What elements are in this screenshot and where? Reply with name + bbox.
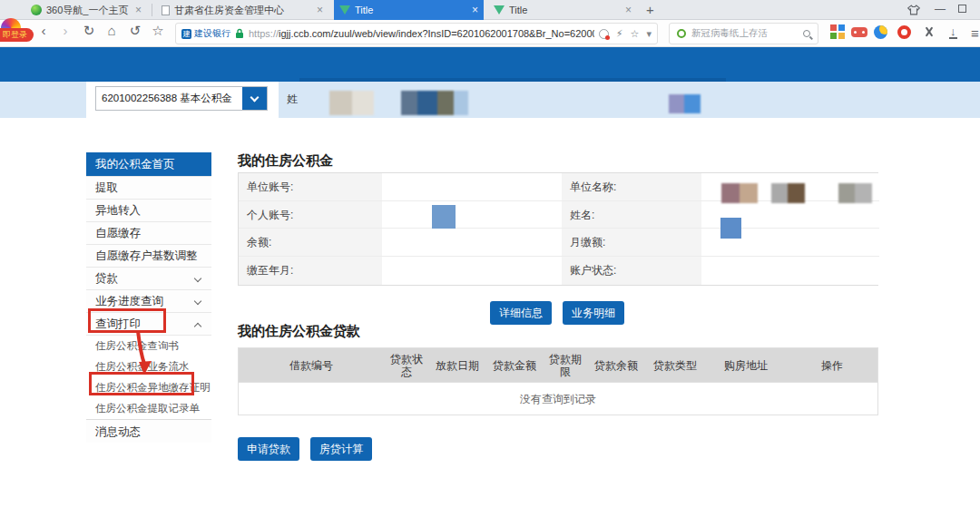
download-icon[interactable]: ↓	[949, 25, 957, 39]
search-box[interactable]: 新冠病毒纸上存活	[669, 23, 818, 44]
maximize-icon[interactable]	[958, 5, 966, 13]
chevron-down-icon	[194, 298, 201, 305]
mortgage-calc-button[interactable]: 房贷计算	[310, 437, 372, 461]
redacted-block	[432, 205, 456, 229]
field-value	[382, 201, 562, 229]
sidebar-menu: 我的公积金首页 提取 异地转入 自愿缴存 自愿缴存户基数调整 贷款 业务进度查询…	[86, 152, 211, 443]
sidebar-item-voluntary-deposit[interactable]: 自愿缴存	[86, 222, 211, 245]
menu-icon[interactable]: ≡	[971, 25, 979, 41]
field-label: 账户状态:	[562, 257, 701, 285]
skin-shirt-icon[interactable]	[907, 5, 920, 15]
vue-favicon-icon	[339, 5, 350, 15]
tab-gansu-center[interactable]: 甘肃省住房资金管理中心 ×	[156, 0, 328, 20]
bank-badge-label: 建设银行	[194, 27, 230, 40]
sidebar-subitem-query-letter[interactable]: 住房公积金查询书	[86, 336, 211, 356]
undo-icon[interactable]: ↺	[126, 23, 144, 39]
address-bar[interactable]: 建 建设银行 https://igjj.ccb.com/zuul/web/vie…	[175, 23, 658, 44]
redacted-block	[721, 183, 758, 203]
form-cell: 单位账号:	[239, 173, 562, 201]
night-mode-icon[interactable]	[874, 24, 890, 41]
field-label: 缴至年月:	[239, 257, 382, 285]
field-label: 个人账号:	[239, 201, 382, 229]
chevron-down-icon	[194, 275, 201, 282]
tab-close-icon[interactable]: ×	[625, 5, 632, 15]
new-tab-button[interactable]: +	[646, 2, 654, 17]
sidebar-item-label: 查询打印	[95, 317, 141, 330]
bookmark-star-icon[interactable]: ☆	[631, 28, 640, 40]
redacted-block	[329, 91, 374, 115]
sidebar-item-label: 异地转入	[95, 204, 141, 217]
sidebar-subitem-remote-deposit-cert[interactable]: 住房公积金异地缴存证明	[86, 377, 211, 398]
url-text[interactable]: https://igjj.ccb.com/zuul/web/view/index…	[249, 28, 594, 39]
360-nav-favicon-icon	[31, 5, 42, 15]
loan-table: 借款编号 贷款状态 放款日期 贷款金额 贷款期限 贷款余额 贷款类型 购房地址 …	[238, 347, 878, 415]
search-icon[interactable]	[803, 30, 810, 37]
form-cell: 单位名称:	[562, 173, 879, 201]
360-browser-icon[interactable]	[897, 24, 914, 41]
tab-close-icon[interactable]: ×	[317, 5, 323, 15]
tab-title: Title	[355, 5, 467, 15]
chevron-down-icon[interactable]: ▾	[646, 28, 652, 40]
url-protocol: https://	[249, 28, 279, 39]
flash-icon[interactable]: ⚡	[616, 28, 623, 40]
business-detail-button[interactable]: 业务明细	[563, 301, 624, 325]
browser-tab-bar: 360导航_一个主页，整个世界 × 甘肃省住房资金管理中心 × Title × …	[0, 0, 980, 20]
sidebar-subitem-business-flow[interactable]: 住房公积金业务流水	[86, 356, 211, 377]
scissors-screenshot-icon[interactable]	[922, 24, 938, 41]
sidebar-item-withdraw[interactable]: 提取	[86, 177, 211, 200]
sidebar-item-label: 我的公积金首页	[95, 158, 175, 171]
form-cell: 个人账号:	[239, 201, 562, 229]
favorite-star-icon[interactable]: ☆	[149, 23, 167, 39]
tab-title-active[interactable]: Title ×	[334, 0, 484, 20]
column-header: 操作	[787, 356, 877, 376]
forward-icon[interactable]: ›	[56, 23, 74, 38]
field-value	[382, 257, 562, 285]
tab-close-icon[interactable]: ×	[135, 5, 142, 15]
field-label: 姓名:	[562, 201, 701, 229]
dropdown-button[interactable]	[242, 87, 267, 110]
vue-favicon-icon	[494, 5, 505, 15]
sidebar-item-news[interactable]: 消息动态	[86, 419, 211, 443]
field-value	[382, 173, 562, 200]
column-header: 放款日期	[429, 356, 485, 376]
form-cell: 缴至年月:	[239, 257, 562, 285]
detail-info-button[interactable]: 详细信息	[490, 301, 552, 325]
field-value	[382, 229, 562, 256]
tab-title: 甘肃省住房资金管理中心	[174, 4, 312, 17]
refresh-icon[interactable]: ↻	[80, 23, 98, 39]
column-header: 贷款类型	[645, 356, 705, 376]
sidebar-item-progress-query[interactable]: 业务进度查询	[86, 290, 211, 313]
login-badge[interactable]: 即登录	[0, 28, 34, 42]
lock-icon	[235, 28, 244, 39]
column-header: 贷款金额	[485, 356, 544, 376]
sidebar-item-base-adjust[interactable]: 自愿缴存户基数调整	[86, 245, 211, 268]
account-select-dropdown[interactable]: 6201002256388 基本公积金	[95, 86, 268, 111]
tab-360-nav[interactable]: 360导航_一个主页，整个世界 ×	[25, 0, 147, 20]
apply-loan-button[interactable]: 申请贷款	[238, 437, 299, 461]
tab-title: Title	[509, 5, 621, 15]
search-engine-icon	[677, 29, 686, 38]
sidebar-subitem-label: 住房公积金查询书	[95, 340, 179, 351]
field-label: 月缴额:	[562, 229, 701, 256]
games-gamepad-icon[interactable]	[851, 24, 867, 41]
search-hotword[interactable]: 新冠病毒纸上存活	[691, 27, 798, 40]
url-path: igjj.ccb.com/zuul/web/view/index?InsID=6…	[279, 28, 594, 39]
apps-grid-icon[interactable]	[830, 24, 847, 41]
sidebar-item-label: 自愿缴存户基数调整	[95, 249, 198, 262]
back-icon[interactable]: ‹	[34, 23, 53, 38]
document-favicon-icon	[162, 5, 170, 15]
field-label: 余额:	[239, 229, 382, 256]
sidebar-item-transfer-in[interactable]: 异地转入	[86, 200, 211, 222]
sidebar-item-loan[interactable]: 贷款	[86, 268, 211, 290]
home-icon[interactable]: ⌂	[103, 23, 121, 38]
field-value	[701, 257, 879, 285]
sidebar-item-home[interactable]: 我的公积金首页	[86, 152, 211, 177]
tab-title-2[interactable]: Title ×	[488, 0, 637, 20]
shield-alert-icon[interactable]	[599, 29, 609, 39]
tab-close-icon[interactable]: ×	[472, 5, 478, 15]
chevron-up-icon	[194, 323, 201, 330]
minimize-icon[interactable]: —	[935, 3, 946, 15]
form-cell: 余额:	[239, 229, 562, 257]
sidebar-item-query-print[interactable]: 查询打印	[86, 313, 211, 336]
sidebar-subitem-withdraw-record[interactable]: 住房公积金提取记录单	[86, 398, 211, 419]
